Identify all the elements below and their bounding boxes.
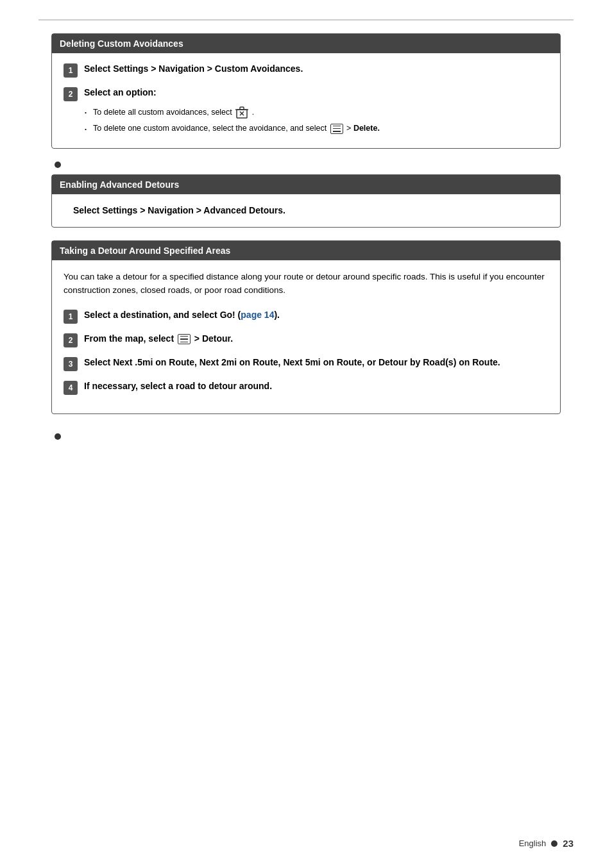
footer-language: English [519, 839, 547, 848]
step-text-detour-3: Select Next .5mi on Route, Next 2mi on R… [84, 356, 500, 369]
step-3-detour: 3 Select Next .5mi on Route, Next 2mi on… [64, 356, 548, 371]
page-container: Deleting Custom Avoidances 1 Select Sett… [0, 0, 612, 868]
section-body-enabling: Select Settings > Navigation > Advanced … [52, 194, 560, 227]
step-text-detour-1: Select a destination, and select Go! (pa… [84, 309, 280, 322]
bullet-item-2: To delete one custom avoidance, select t… [84, 123, 548, 135]
section-deleting-custom-avoidances: Deleting Custom Avoidances 1 Select Sett… [51, 33, 561, 149]
step-1-deleting: 1 Select Settings > Navigation > Custom … [64, 63, 548, 78]
step-number-1: 1 [64, 63, 78, 78]
step-number-2: 2 [64, 87, 78, 101]
step-text-detour-2: From the map, select > Detour. [84, 333, 233, 346]
step-1-detour: 1 Select a destination, and select Go! (… [64, 309, 548, 324]
step-2-deleting: 2 Select an option: [64, 87, 548, 101]
bullet-marker-2 [55, 433, 61, 440]
bullet-marker-1-wrap [51, 162, 574, 168]
step-4-detour: 4 If necessary, select a road to detour … [64, 380, 548, 395]
section-header-deleting: Deleting Custom Avoidances [52, 34, 560, 53]
trash-x-icon [235, 106, 248, 119]
section-header-enabling: Enabling Advanced Detours [52, 175, 560, 194]
enabling-instruction: Select Settings > Navigation > Advanced … [73, 204, 548, 217]
footer-dot-icon [551, 840, 557, 847]
footer-page-number: 23 [563, 838, 574, 849]
step-2-detour: 2 From the map, select > Detour. [64, 333, 548, 347]
svg-rect-2 [240, 107, 244, 110]
step-number-detour-2: 2 [64, 333, 78, 347]
section-header-detour: Taking a Detour Around Specified Areas [52, 241, 560, 260]
step-text-detour-4: If necessary, select a road to detour ar… [84, 380, 272, 393]
step-text-1: Select Settings > Navigation > Custom Av… [84, 63, 303, 76]
bullet-list-deleting: To delete all custom avoidances, select … [84, 106, 548, 135]
section-enabling-advanced-detours: Enabling Advanced Detours Select Setting… [51, 174, 561, 228]
step-number-detour-1: 1 [64, 310, 78, 324]
bullet-marker-1 [55, 162, 61, 168]
step-number-detour-4: 4 [64, 381, 78, 395]
step-number-detour-3: 3 [64, 357, 78, 371]
bullet-item-1: To delete all custom avoidances, select … [84, 106, 548, 119]
section-taking-detour: Taking a Detour Around Specified Areas Y… [51, 240, 561, 414]
menu-icon-2 [178, 334, 191, 344]
top-rule [38, 19, 574, 21]
step-text-2: Select an option: [84, 87, 157, 99]
menu-icon-1 [330, 124, 343, 134]
section-body-detour: You can take a detour for a specified di… [52, 260, 560, 413]
page-14-link[interactable]: page 14 [241, 310, 274, 320]
bullet-marker-2-wrap [51, 433, 574, 440]
section-body-deleting: 1 Select Settings > Navigation > Custom … [52, 53, 560, 148]
page-footer: English 23 [519, 838, 574, 849]
detour-intro: You can take a detour for a specified di… [64, 270, 548, 297]
